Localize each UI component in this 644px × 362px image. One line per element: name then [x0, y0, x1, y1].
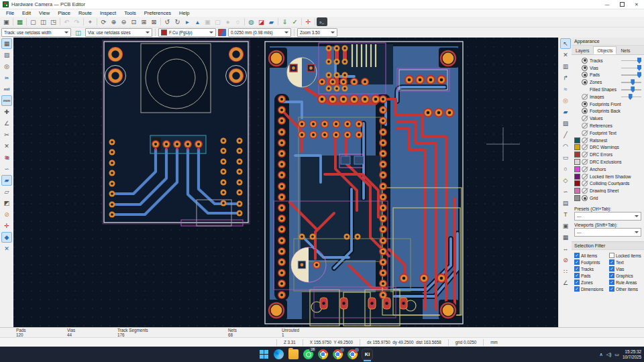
filter-graphics[interactable]: Graphics [609, 273, 643, 279]
3d-viewer-button[interactable]: ▰ [266, 17, 276, 26]
color-swatch[interactable] [574, 101, 580, 107]
checkbox[interactable] [609, 286, 614, 292]
menu-route[interactable]: Route [74, 9, 96, 17]
file-explorer-icon[interactable] [288, 349, 299, 359]
object-row-images[interactable]: Images [574, 93, 643, 101]
units-inches-button[interactable]: in [1, 72, 12, 83]
object-row-vias[interactable]: Vias [574, 64, 643, 72]
visibility-eye-icon[interactable] [582, 58, 588, 64]
menu-tools[interactable]: Tools [120, 9, 140, 17]
object-row-values[interactable]: Values [574, 115, 643, 122]
ungroup-button[interactable]: ▢ [213, 17, 223, 26]
zoom-fit-button[interactable]: ⊡ [129, 17, 139, 26]
draw-line-button[interactable]: ╱ [560, 129, 571, 140]
filter-zones[interactable]: Zones [574, 280, 609, 286]
add-image-button[interactable]: ▤ [560, 198, 571, 208]
visibility-eye-icon[interactable] [582, 115, 588, 121]
kicad-taskbar-icon[interactable]: Ki [362, 349, 372, 359]
opacity-slider[interactable] [621, 65, 641, 71]
object-row-grid[interactable]: Grid [574, 194, 643, 202]
battery-icon[interactable]: ▭ [614, 352, 619, 357]
menu-edit[interactable]: Edit [18, 9, 35, 17]
print-button[interactable]: ◫ [38, 17, 48, 26]
color-swatch[interactable] [574, 108, 580, 114]
draw-arc-button[interactable]: ◠ [560, 141, 571, 152]
checkbox[interactable] [609, 273, 614, 278]
color-swatch[interactable] [574, 115, 580, 121]
save-button[interactable]: ▣ [1, 17, 11, 26]
visibility-eye-icon[interactable] [582, 180, 588, 186]
filter-pads[interactable]: Pads [574, 273, 609, 279]
menu-file[interactable]: File [2, 9, 18, 17]
object-row-ratsnest[interactable]: Ratsnest [574, 137, 643, 144]
opacity-slider[interactable] [621, 86, 641, 93]
checkbox[interactable] [574, 259, 580, 265]
add-footprint-button[interactable]: ▥ [560, 61, 571, 72]
viewports-dropdown[interactable]: --- [574, 228, 641, 237]
object-row-zones[interactable]: Zones [574, 78, 643, 86]
presets-dropdown[interactable]: --- [574, 212, 641, 221]
trim-tracks-button[interactable]: ✂ [1, 129, 12, 140]
object-row-tracks[interactable]: Tracks [574, 57, 643, 64]
opacity-slider[interactable] [621, 94, 641, 100]
measure-tool-button[interactable]: ∠ [560, 278, 571, 288]
taskbar-clock[interactable]: 15:25:32 10/7/2025 [623, 349, 641, 359]
mirror-button[interactable]: ▴ [193, 17, 203, 26]
visibility-eye-icon[interactable] [582, 72, 588, 78]
update-pcb-button[interactable]: ⇓ [280, 17, 290, 26]
checkbox[interactable] [574, 266, 580, 272]
visibility-eye-icon[interactable] [582, 65, 588, 71]
visibility-eye-icon[interactable] [582, 144, 588, 150]
filter-tracks[interactable]: Tracks [574, 266, 609, 272]
plot-button[interactable]: ◳ [48, 17, 58, 26]
color-swatch[interactable] [574, 159, 580, 165]
flip-button[interactable]: ▸ [182, 17, 193, 26]
draw-polygon-button[interactable]: ◇ [560, 175, 571, 186]
visibility-eye-icon[interactable] [582, 152, 588, 158]
checkbox[interactable] [609, 253, 614, 258]
add-via-button[interactable]: ◎ [560, 95, 571, 106]
color-swatch[interactable] [574, 86, 580, 93]
object-row-locked-item-shadow[interactable]: Locked Item Shadow [574, 173, 643, 180]
color-swatch[interactable] [574, 94, 580, 100]
draw-rectangle-button[interactable]: ▭ [560, 152, 571, 163]
undo-button[interactable]: ↶ [62, 17, 72, 26]
add-zone-button[interactable]: ▰ [560, 107, 571, 117]
visibility-eye-icon[interactable] [582, 130, 588, 136]
grid-toggle-button[interactable]: ▦ [1, 38, 12, 49]
add-table-button[interactable]: ▦ [560, 232, 571, 243]
checkbox[interactable] [574, 280, 580, 285]
color-swatch[interactable] [574, 65, 580, 71]
route-tracks-button[interactable]: ↱ [560, 72, 571, 83]
object-row-references[interactable]: References [574, 122, 643, 129]
object-row-drc-exclusions[interactable]: DRC Exclusions [574, 158, 643, 166]
maximize-button[interactable] [614, 0, 629, 9]
zoom-in-button[interactable]: ⊕ [109, 17, 119, 26]
opacity-slider[interactable] [621, 58, 641, 64]
layer-dropdown[interactable]: F.Cu (PgUp) [158, 28, 216, 37]
tab-layers[interactable]: Layers [572, 46, 593, 54]
chrome-profile2-icon[interactable] [333, 349, 343, 359]
local-ratsnest-button[interactable]: ✕ [560, 50, 571, 60]
inactive-pads-button[interactable]: ⊘ [1, 209, 12, 220]
whatsapp-icon[interactable]: 28 [303, 349, 313, 359]
filter-text[interactable]: Text [609, 259, 643, 265]
delete-tool-button[interactable]: ⊘ [560, 255, 571, 265]
opacity-slider[interactable] [621, 72, 641, 78]
object-row-drc-warnings[interactable]: DRC Warnings [574, 144, 643, 152]
color-swatch[interactable] [574, 72, 580, 78]
add-textbox-button[interactable]: ▣ [560, 221, 571, 231]
visibility-eye-icon[interactable] [582, 159, 588, 165]
left-board[interactable] [103, 40, 250, 226]
cursor-shape-button[interactable]: ✚ [1, 107, 12, 117]
checkbox[interactable] [609, 266, 614, 272]
menu-inspect[interactable]: Inspect [96, 9, 120, 17]
board-setup-button[interactable]: ▦ [15, 17, 25, 26]
add-text-button[interactable]: T [560, 209, 571, 220]
object-row-footprint-text[interactable]: Footprint Text [574, 129, 643, 137]
find-button[interactable]: ⌖ [85, 17, 95, 26]
object-row-anchors[interactable]: Anchors [574, 166, 643, 173]
zoom-dropdown[interactable]: Zoom 3.50 [297, 28, 337, 37]
draw-bezier-button[interactable]: ∽ [560, 186, 571, 197]
checkbox[interactable] [609, 259, 614, 265]
